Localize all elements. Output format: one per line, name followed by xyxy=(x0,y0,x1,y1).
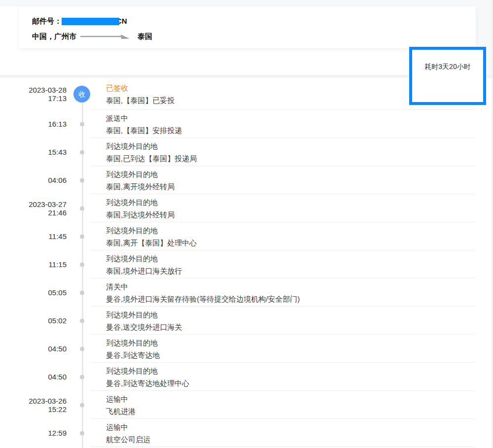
timeline-dot-icon xyxy=(80,150,84,154)
timeline-dot-icon xyxy=(80,346,84,351)
event-status: 到达境外目的地 xyxy=(106,168,471,180)
event-time-column: 05:02 xyxy=(0,316,67,325)
timeline-dot-icon xyxy=(80,290,84,295)
timeline-event-row: 11:45 到达境外目的地 泰国,离开【泰国】处理中心 xyxy=(0,222,493,250)
event-time: 12:59 xyxy=(0,429,67,437)
event-content: 运输中 飞机进港 xyxy=(106,393,493,417)
timeline-event-row: 11:15 到达境外目的地 泰国,境外进口海关放行 xyxy=(0,250,493,278)
origin-text: 中国，广州市 xyxy=(32,32,76,41)
timeline-dot-icon xyxy=(80,403,84,407)
event-status: 到达境外目的地 xyxy=(106,365,471,377)
event-time-column: 05:05 xyxy=(0,288,67,297)
timeline-event-row: 04:50 到达境外目的地 曼谷,到达寄达地 xyxy=(0,335,493,363)
timeline-gutter xyxy=(67,419,106,447)
timeline-gutter xyxy=(67,278,106,307)
timeline-gutter xyxy=(67,166,106,194)
duration-text: 耗时3天20小时 xyxy=(412,63,483,71)
event-time: 15:22 xyxy=(0,405,67,414)
event-content: 到达境外目的地 泰国,境外进口海关放行 xyxy=(106,252,493,277)
event-status: 到达境外目的地 xyxy=(106,337,471,349)
timeline-gutter xyxy=(67,363,106,391)
event-detail: 飞机进港 xyxy=(106,405,471,417)
route-row: 中国，广州市 泰国 xyxy=(32,32,476,41)
event-status: 到达境外目的地 xyxy=(106,252,471,265)
page-top-strip xyxy=(0,0,493,6)
event-content: 到达境外目的地 泰国,离开境外经转局 xyxy=(106,168,493,193)
event-time-column: 04:06 xyxy=(0,176,67,184)
timeline-gutter xyxy=(67,335,106,363)
event-detail: 曼谷,送交境外进口海关 xyxy=(106,321,471,333)
timeline-event-row: 12:59 运输中 航空公司启运 xyxy=(0,419,493,447)
mail-number-label: 邮件号： xyxy=(32,16,62,26)
timeline-gutter: 收 xyxy=(67,78,106,110)
timeline-dot-icon xyxy=(80,375,84,379)
event-time: 17:13 xyxy=(0,94,67,103)
timeline-event-row: 15:43 到达境外目的地 泰国,已到达【泰国】投递局 xyxy=(0,138,493,166)
event-detail: 泰国,境外进口海关放行 xyxy=(106,265,471,277)
event-time-column: 04:50 xyxy=(0,373,67,381)
event-content: 到达境外目的地 曼谷,到达寄达地处理中心 xyxy=(106,365,493,389)
timeline-gutter xyxy=(67,110,106,138)
event-content: 到达境外目的地 泰国,离开【泰国】处理中心 xyxy=(106,224,493,249)
mail-number-row: 邮件号：CN xyxy=(32,16,476,26)
mail-number-redaction xyxy=(62,18,119,25)
timeline-event-row: 05:02 到达境外目的地 曼谷,送交境外进口海关 xyxy=(0,307,493,335)
received-badge-icon: 收 xyxy=(73,86,90,103)
destination-text: 泰国 xyxy=(138,32,152,41)
event-detail: 泰国,到达境外经转局 xyxy=(106,208,471,221)
timeline-gutter xyxy=(67,391,106,419)
event-time: 05:05 xyxy=(0,288,67,297)
event-time-column: 15:43 xyxy=(0,148,67,156)
event-time-column: 16:13 xyxy=(0,120,67,128)
event-date: 2023-03-28 xyxy=(0,86,67,94)
event-detail: 泰国,离开境外经转局 xyxy=(106,180,471,193)
event-date: 2023-03-26 xyxy=(0,397,67,405)
event-content: 清关中 曼谷,境外进口海关留存待验(等待提交给边境机构/安全部门) xyxy=(106,280,493,305)
event-status: 到达境外目的地 xyxy=(106,140,471,152)
timeline-dot-icon xyxy=(80,431,84,435)
event-detail: 泰国,已到达【泰国】投递局 xyxy=(106,152,471,165)
timeline-dot-icon xyxy=(80,262,84,267)
duration-highlight-box: 耗时3天20小时 xyxy=(409,47,486,105)
event-time: 15:43 xyxy=(0,148,67,156)
event-time-column: 2023-03-27 21:46 xyxy=(0,200,67,217)
event-date: 2023-03-27 xyxy=(0,200,67,208)
event-status: 到达境外目的地 xyxy=(106,309,471,321)
event-time: 21:46 xyxy=(0,208,67,217)
event-detail: 曼谷,到达寄达地处理中心 xyxy=(106,377,471,389)
event-time-column: 2023-03-28 17:13 xyxy=(0,86,67,103)
event-content: 派送中 泰国,【泰国】安排投递 xyxy=(106,112,493,137)
row-divider xyxy=(90,447,475,447)
event-status: 清关中 xyxy=(106,280,471,293)
event-detail: 曼谷,到达寄达地 xyxy=(106,349,471,361)
timeline-dot-icon xyxy=(80,122,84,126)
timeline-dot-icon xyxy=(80,178,84,182)
event-time-column: 04:50 xyxy=(0,345,67,353)
event-content: 到达境外目的地 曼谷,送交境外进口海关 xyxy=(106,309,493,333)
timeline-rows: 2023-03-28 17:13 收 已签收 泰国,【泰国】已妥投 16:13 … xyxy=(0,78,493,447)
timeline-dot-icon xyxy=(80,206,84,210)
route-arrow-icon xyxy=(80,34,131,41)
event-content: 到达境外目的地 泰国,到达境外经转局 xyxy=(106,196,493,221)
event-status: 运输中 xyxy=(106,421,471,433)
timeline-gutter xyxy=(67,307,106,335)
event-status: 到达境外目的地 xyxy=(106,224,471,237)
event-detail: 航空公司启运 xyxy=(106,433,471,446)
timeline-event-row: 05:05 清关中 曼谷,境外进口海关留存待验(等待提交给边境机构/安全部门) xyxy=(0,278,493,307)
timeline-event-row: 04:06 到达境外目的地 泰国,离开境外经转局 xyxy=(0,166,493,194)
event-status: 运输中 xyxy=(106,393,471,405)
event-status: 派送中 xyxy=(106,112,471,124)
timeline-event-row: 2023-03-27 21:46 到达境外目的地 泰国,到达境外经转局 xyxy=(0,194,493,222)
event-detail: 泰国,【泰国】安排投递 xyxy=(106,124,471,137)
event-time-column: 11:45 xyxy=(0,232,67,241)
event-time-column: 2023-03-26 15:22 xyxy=(0,397,67,414)
timeline-gutter xyxy=(67,222,106,250)
event-time: 11:45 xyxy=(0,232,67,241)
timeline-dot-icon xyxy=(80,318,84,323)
event-content: 运输中 航空公司启运 xyxy=(106,421,493,446)
timeline-dot-icon xyxy=(80,234,84,239)
event-time-column: 11:15 xyxy=(0,260,67,269)
tracking-timeline: 2023-03-28 17:13 收 已签收 泰国,【泰国】已妥投 16:13 … xyxy=(0,78,493,448)
event-detail: 泰国,离开【泰国】处理中心 xyxy=(106,237,471,249)
timeline-gutter xyxy=(67,250,106,278)
